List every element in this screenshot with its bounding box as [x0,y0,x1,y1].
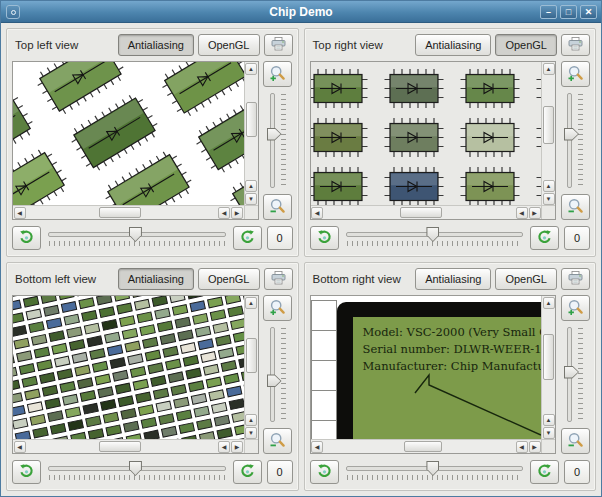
scroll-right-icon[interactable]: ▶ [231,441,243,453]
scroll-right-icon[interactable]: ▶ [231,207,243,219]
vertical-scrollbar[interactable]: ▲ ▲ ▼ [541,296,555,439]
opengl-button[interactable]: OpenGL [495,34,557,56]
zoom-slider-handle[interactable] [564,366,579,379]
horizontal-scrollbar[interactable]: ◀ ◀ ▶ [311,205,542,219]
rotate-left-button[interactable] [310,226,339,250]
zoom-slider[interactable] [267,325,289,424]
scroll-up-icon[interactable]: ▲ [543,297,555,309]
rotate-right-button[interactable] [233,226,262,250]
scroll-left-icon[interactable]: ◀ [14,441,26,453]
vertical-scrollbar[interactable]: ▲ ▲ ▼ [244,296,258,439]
vertical-scroll-thumb[interactable] [246,102,257,137]
vertical-scrollbar[interactable]: ▲ ▲ ▼ [541,62,555,205]
opengl-button[interactable]: OpenGL [198,34,260,56]
chip[interactable] [311,166,368,205]
rotation-spinbox[interactable]: 0 [267,460,293,484]
rotate-slider-handle[interactable] [129,461,142,476]
maximize-button[interactable]: □ [560,5,577,19]
zoom-in-button[interactable] [561,61,590,87]
zoom-slider[interactable] [564,325,586,424]
vertical-scroll-thumb[interactable] [246,338,257,373]
chip[interactable] [384,68,444,108]
horizontal-scrollbar[interactable]: ◀ ◀ ▶ [311,439,542,453]
zoom-out-button[interactable] [263,428,292,454]
vertical-scroll-thumb[interactable] [543,106,554,143]
rotate-slider-handle[interactable] [426,461,439,476]
zoom-in-button[interactable] [561,295,590,321]
zoom-slider[interactable] [267,91,289,190]
zoom-in-button[interactable] [263,61,292,87]
rotate-slider-handle[interactable] [129,227,142,242]
zoom-in-button[interactable] [263,295,292,321]
scroll-right-icon[interactable]: ▶ [529,207,541,219]
horizontal-scrollbar[interactable]: ◀ ◀ ▶ [13,439,244,453]
antialiasing-button[interactable]: Antialiasing [118,268,194,290]
zoom-slider-handle[interactable] [564,128,579,141]
rotate-slider-handle[interactable] [426,227,439,242]
rotation-spinbox[interactable]: 0 [564,226,590,250]
scroll-up-icon[interactable]: ▲ [245,63,257,75]
rotate-left-button[interactable] [310,460,339,484]
rotate-right-button[interactable] [530,226,559,250]
horizontal-scroll-thumb[interactable] [400,207,442,218]
scroll-left-icon[interactable]: ◀ [218,441,230,453]
antialiasing-button[interactable]: Antialiasing [415,268,491,290]
rotate-slider[interactable] [46,460,228,484]
chip[interactable] [460,68,520,108]
scroll-up-icon[interactable]: ▲ [543,414,555,426]
zoom-out-button[interactable] [263,194,292,220]
chip[interactable] [460,166,520,205]
opengl-button[interactable]: OpenGL [198,268,260,290]
chip-scene[interactable] [13,62,244,205]
vertical-scrollbar[interactable]: ▲ ▲ ▼ [244,62,258,205]
rotation-spinbox[interactable]: 0 [267,226,293,250]
close-button[interactable]: ✕ [580,5,597,19]
scroll-left-icon[interactable]: ◀ [218,207,230,219]
horizontal-scroll-thumb[interactable] [99,441,141,452]
chip[interactable] [384,117,444,157]
scroll-left-icon[interactable]: ◀ [311,207,323,219]
print-button[interactable] [561,268,590,290]
scroll-down-icon[interactable]: ▼ [245,193,257,205]
scroll-down-icon[interactable]: ▼ [543,193,555,205]
chip[interactable] [536,166,541,205]
horizontal-scrollbar[interactable]: ◀ ◀ ▶ [13,205,244,219]
antialiasing-button[interactable]: Antialiasing [415,34,491,56]
scroll-up-icon[interactable]: ▲ [245,414,257,426]
scroll-up-icon[interactable]: ▲ [245,297,257,309]
chip[interactable] [536,68,541,108]
print-button[interactable] [264,268,293,290]
scroll-left-icon[interactable]: ◀ [516,207,528,219]
zoom-out-button[interactable] [561,428,590,454]
opengl-button[interactable]: OpenGL [495,268,557,290]
chip-scene[interactable] [311,62,542,205]
scroll-right-icon[interactable]: ▶ [529,441,541,453]
chip[interactable] [536,117,541,157]
scroll-left-icon[interactable]: ◀ [14,207,26,219]
rotate-slider[interactable] [46,226,228,250]
print-button[interactable] [561,34,590,56]
zoom-slider[interactable] [564,91,586,190]
rotate-left-button[interactable] [12,460,41,484]
print-button[interactable] [264,34,293,56]
rotate-left-button[interactable] [12,226,41,250]
antialiasing-button[interactable]: Antialiasing [118,34,194,56]
scroll-left-icon[interactable]: ◀ [516,441,528,453]
zoom-slider-handle[interactable] [267,128,282,141]
window-menu-icon[interactable] [6,5,20,19]
chip[interactable] [13,144,73,205]
chip-scene[interactable] [13,296,244,439]
zoom-out-button[interactable] [561,194,590,220]
chip[interactable] [311,117,368,157]
scroll-up-icon[interactable]: ▲ [543,63,555,75]
scroll-up-icon[interactable]: ▲ [543,180,555,192]
chip[interactable] [384,166,444,205]
rotation-spinbox[interactable]: 0 [564,460,590,484]
title-bar[interactable]: Chip Demo – □ ✕ [1,1,601,23]
zoom-slider-handle[interactable] [267,374,282,387]
horizontal-scroll-thumb[interactable] [99,207,141,218]
minimize-button[interactable]: – [540,5,557,19]
rotate-slider[interactable] [344,460,526,484]
scroll-down-icon[interactable]: ▼ [543,427,555,439]
scroll-left-icon[interactable]: ◀ [311,441,323,453]
